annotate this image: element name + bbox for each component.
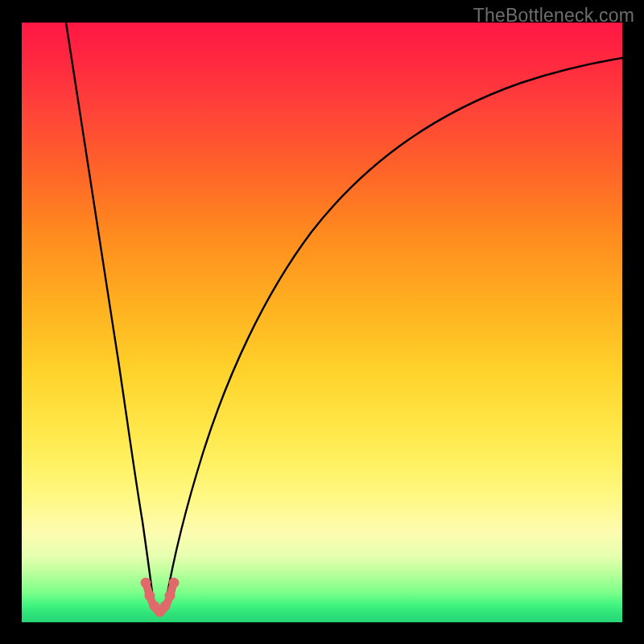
trough-dot xyxy=(141,578,151,588)
watermark-text: TheBottleneck.com xyxy=(473,5,634,27)
trough-dot xyxy=(160,601,171,612)
trough-dot xyxy=(169,578,180,588)
curve-left-branch xyxy=(66,23,154,602)
plot-area xyxy=(22,23,622,622)
trough-dot xyxy=(145,591,155,601)
trough-dot xyxy=(165,591,175,601)
curve-right-branch xyxy=(166,58,622,602)
chart-svg xyxy=(22,23,622,622)
